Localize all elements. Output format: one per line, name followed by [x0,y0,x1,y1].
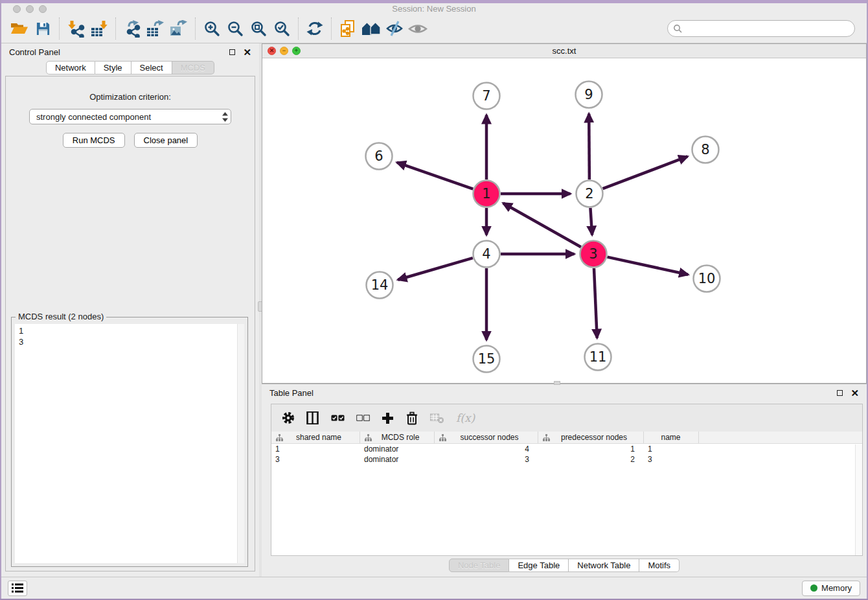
control-tab-mcds[interactable]: MCDS [172,61,214,75]
search-input[interactable] [682,24,849,34]
graph-edge-4-14[interactable] [398,258,473,280]
table-panel: Table Panel ✕ [262,384,867,577]
function-builder-icon[interactable]: f(x) [456,411,475,424]
cell-name[interactable]: 3 [644,454,699,465]
table-tab-motifs[interactable]: Motifs [639,559,680,572]
cell-predecessor-nodes[interactable]: 1 [538,444,644,454]
cell-MCDS-role[interactable]: dominator [360,454,435,465]
search-box[interactable] [667,20,855,37]
table-row[interactable]: 1dominator411 [271,444,862,454]
graph-node-2[interactable]: 2 [577,181,603,207]
memory-button[interactable]: Memory [802,581,860,596]
graph-node-4[interactable]: 4 [474,241,500,268]
open-session-icon[interactable] [8,17,31,40]
graph-node-7[interactable]: 7 [474,83,500,110]
duplicate-network-icon[interactable] [336,17,360,40]
column-header-shared-name[interactable]: shared name [271,432,360,443]
float-table-panel-icon[interactable] [837,390,843,396]
toolbar-separator [59,17,60,40]
column-header-MCDS-role[interactable]: MCDS role [360,432,435,443]
svg-text:7: 7 [482,88,490,104]
float-panel-icon[interactable] [229,49,235,55]
graph-edge-2-8[interactable] [603,156,688,189]
control-panel: Control Panel ✕ NetworkStyleSelectMCDS O… [1,43,259,577]
table-scrollbar[interactable] [855,444,862,555]
show-all-icon[interactable] [406,17,429,40]
delete-column-trash-icon[interactable] [405,411,418,425]
horizontal-splitter-handle[interactable] [554,381,560,385]
close-panel-icon[interactable]: ✕ [243,47,251,57]
close-table-panel-icon[interactable]: ✕ [851,388,859,398]
graph-node-6[interactable]: 6 [366,143,393,170]
svg-text:9: 9 [584,87,593,102]
unselect-all-columns-icon[interactable] [356,415,370,421]
refresh-layout-icon[interactable] [303,17,326,40]
graph-edge-2-9[interactable] [589,113,589,179]
create-column-plus-icon[interactable] [382,412,394,424]
hide-selected-icon[interactable] [383,17,406,40]
column-header-predecessor-nodes[interactable]: predecessor nodes [538,432,644,443]
table-settings-gear-icon[interactable] [282,411,295,424]
delete-table-icon[interactable] [430,412,444,424]
graph-node-1[interactable]: 1 [474,181,500,207]
zoom-selected-icon[interactable] [270,17,293,40]
control-tab-network[interactable]: Network [46,61,95,75]
zoom-out-icon[interactable] [223,17,247,40]
table-header-row: shared nameMCDS rolesuccessor nodesprede… [271,432,862,444]
first-neighbors-icon[interactable] [360,17,383,40]
dropdown-value: strongly connected component [36,112,222,122]
graph-edge-2-3[interactable] [590,208,592,235]
table-tab-edge-table[interactable]: Edge Table [509,559,569,572]
zoom-in-icon[interactable] [200,17,223,40]
close-panel-button[interactable]: Close panel [134,133,198,148]
control-panel-tabs: NetworkStyleSelectMCDS [1,61,259,75]
graph-node-10[interactable]: 10 [694,266,720,292]
save-session-icon[interactable] [31,17,54,40]
select-all-columns-icon[interactable] [331,415,345,421]
cell-successor-nodes[interactable]: 4 [435,444,538,454]
graph-node-9[interactable]: 9 [576,82,602,108]
panel-list-button[interactable] [8,581,27,596]
control-tab-select[interactable]: Select [131,61,172,75]
cell-shared-name[interactable]: 1 [271,444,360,454]
result-scrollbar[interactable] [237,324,244,563]
cell-shared-name[interactable]: 3 [271,454,360,465]
zoom-fit-icon[interactable] [247,17,270,40]
column-header-name[interactable]: name [644,432,699,443]
cell-MCDS-role[interactable]: dominator [360,444,435,454]
network-window-titlebar[interactable]: ✕ − + scc.txt [262,44,866,58]
graph-node-14[interactable]: 14 [367,272,393,299]
table-panel-header: Table Panel ✕ [262,384,867,402]
graph-node-8[interactable]: 8 [692,137,719,163]
import-table-icon[interactable] [87,17,111,40]
cell-successor-nodes[interactable]: 3 [435,454,538,465]
mcds-result-title: MCDS result (2 nodes) [16,312,106,321]
run-mcds-button[interactable]: Run MCDS [63,133,125,148]
export-image-icon[interactable] [167,17,190,40]
graph-node-3[interactable]: 3 [580,241,607,268]
graph-node-11[interactable]: 11 [585,344,611,371]
graph-edge-3-1[interactable] [503,203,581,247]
cell-name[interactable]: 1 [644,444,699,454]
export-network-icon[interactable] [120,17,144,40]
svg-text:4: 4 [482,246,490,262]
network-graph[interactable]: 7968124314101511 [262,58,865,383]
graph-node-15[interactable]: 15 [474,346,500,373]
show-columns-icon[interactable] [306,411,319,424]
table-tab-network-table[interactable]: Network Table [569,559,639,572]
control-tab-style[interactable]: Style [95,61,131,75]
table-row[interactable]: 3dominator323 [271,454,862,465]
graph-edge-3-11[interactable] [594,268,597,338]
graph-edge-3-10[interactable] [607,257,688,275]
mcds-result-text[interactable]: 1 3 [15,324,244,563]
column-type-icon [543,434,550,441]
cell-predecessor-nodes[interactable]: 2 [538,454,644,465]
table-tab-node-table[interactable]: Node Table [449,559,510,572]
optimization-dropdown[interactable]: strongly connected component [29,109,231,124]
export-table-icon[interactable] [144,17,167,40]
import-network-icon[interactable] [64,17,87,40]
network-canvas[interactable]: 7968124314101511 [262,58,866,383]
graph-edge-1-6[interactable] [397,163,473,189]
network-window-title: scc.txt [262,46,866,56]
column-header-successor-nodes[interactable]: successor nodes [435,432,538,443]
